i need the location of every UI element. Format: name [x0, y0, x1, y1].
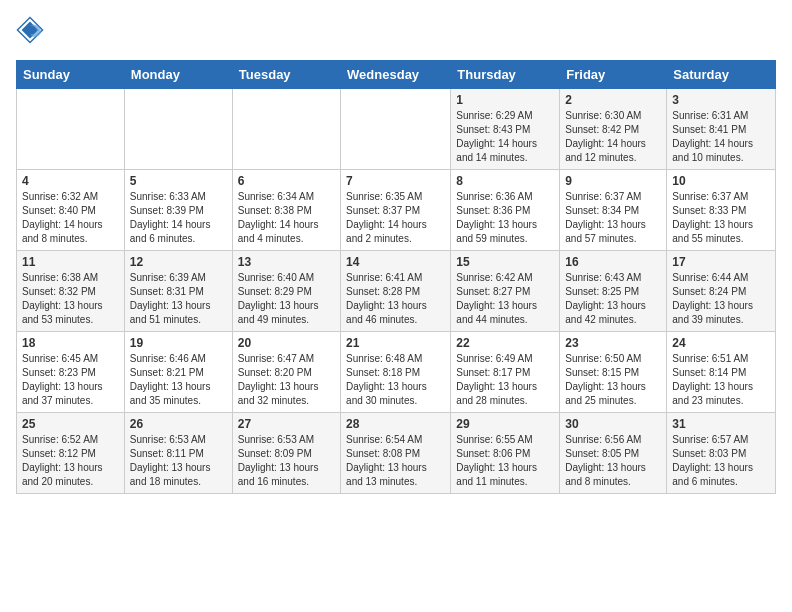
day-info: Sunrise: 6:37 AMSunset: 8:34 PMDaylight:…: [565, 190, 661, 246]
day-number: 17: [672, 255, 770, 269]
calendar-table: SundayMondayTuesdayWednesdayThursdayFrid…: [16, 60, 776, 494]
day-number: 23: [565, 336, 661, 350]
calendar-cell: [17, 89, 125, 170]
day-number: 14: [346, 255, 445, 269]
day-info: Sunrise: 6:57 AMSunset: 8:03 PMDaylight:…: [672, 433, 770, 489]
day-number: 2: [565, 93, 661, 107]
calendar-week-row: 4Sunrise: 6:32 AMSunset: 8:40 PMDaylight…: [17, 170, 776, 251]
day-info: Sunrise: 6:37 AMSunset: 8:33 PMDaylight:…: [672, 190, 770, 246]
calendar-cell: 2Sunrise: 6:30 AMSunset: 8:42 PMDaylight…: [560, 89, 667, 170]
weekday-header-wednesday: Wednesday: [341, 61, 451, 89]
day-info: Sunrise: 6:53 AMSunset: 8:09 PMDaylight:…: [238, 433, 335, 489]
weekday-header-friday: Friday: [560, 61, 667, 89]
day-number: 31: [672, 417, 770, 431]
calendar-cell: 27Sunrise: 6:53 AMSunset: 8:09 PMDayligh…: [232, 413, 340, 494]
calendar-cell: 3Sunrise: 6:31 AMSunset: 8:41 PMDaylight…: [667, 89, 776, 170]
day-number: 18: [22, 336, 119, 350]
day-info: Sunrise: 6:56 AMSunset: 8:05 PMDaylight:…: [565, 433, 661, 489]
calendar-cell: 6Sunrise: 6:34 AMSunset: 8:38 PMDaylight…: [232, 170, 340, 251]
calendar-cell: 30Sunrise: 6:56 AMSunset: 8:05 PMDayligh…: [560, 413, 667, 494]
day-info: Sunrise: 6:49 AMSunset: 8:17 PMDaylight:…: [456, 352, 554, 408]
logo: [16, 16, 48, 44]
day-info: Sunrise: 6:41 AMSunset: 8:28 PMDaylight:…: [346, 271, 445, 327]
day-number: 29: [456, 417, 554, 431]
day-number: 5: [130, 174, 227, 188]
day-info: Sunrise: 6:50 AMSunset: 8:15 PMDaylight:…: [565, 352, 661, 408]
day-number: 9: [565, 174, 661, 188]
day-number: 25: [22, 417, 119, 431]
day-info: Sunrise: 6:31 AMSunset: 8:41 PMDaylight:…: [672, 109, 770, 165]
calendar-cell: 29Sunrise: 6:55 AMSunset: 8:06 PMDayligh…: [451, 413, 560, 494]
weekday-header-sunday: Sunday: [17, 61, 125, 89]
day-info: Sunrise: 6:46 AMSunset: 8:21 PMDaylight:…: [130, 352, 227, 408]
day-info: Sunrise: 6:48 AMSunset: 8:18 PMDaylight:…: [346, 352, 445, 408]
day-info: Sunrise: 6:40 AMSunset: 8:29 PMDaylight:…: [238, 271, 335, 327]
page-header: [16, 16, 776, 44]
calendar-cell: 8Sunrise: 6:36 AMSunset: 8:36 PMDaylight…: [451, 170, 560, 251]
weekday-header-thursday: Thursday: [451, 61, 560, 89]
day-number: 24: [672, 336, 770, 350]
calendar-cell: 4Sunrise: 6:32 AMSunset: 8:40 PMDaylight…: [17, 170, 125, 251]
day-number: 19: [130, 336, 227, 350]
day-number: 6: [238, 174, 335, 188]
calendar-cell: 1Sunrise: 6:29 AMSunset: 8:43 PMDaylight…: [451, 89, 560, 170]
day-info: Sunrise: 6:54 AMSunset: 8:08 PMDaylight:…: [346, 433, 445, 489]
day-info: Sunrise: 6:53 AMSunset: 8:11 PMDaylight:…: [130, 433, 227, 489]
day-number: 3: [672, 93, 770, 107]
day-number: 10: [672, 174, 770, 188]
calendar-cell: 5Sunrise: 6:33 AMSunset: 8:39 PMDaylight…: [124, 170, 232, 251]
day-number: 27: [238, 417, 335, 431]
day-info: Sunrise: 6:39 AMSunset: 8:31 PMDaylight:…: [130, 271, 227, 327]
day-number: 16: [565, 255, 661, 269]
day-info: Sunrise: 6:33 AMSunset: 8:39 PMDaylight:…: [130, 190, 227, 246]
calendar-cell: [232, 89, 340, 170]
day-info: Sunrise: 6:47 AMSunset: 8:20 PMDaylight:…: [238, 352, 335, 408]
day-number: 20: [238, 336, 335, 350]
day-info: Sunrise: 6:45 AMSunset: 8:23 PMDaylight:…: [22, 352, 119, 408]
day-info: Sunrise: 6:51 AMSunset: 8:14 PMDaylight:…: [672, 352, 770, 408]
day-number: 4: [22, 174, 119, 188]
calendar-cell: 7Sunrise: 6:35 AMSunset: 8:37 PMDaylight…: [341, 170, 451, 251]
calendar-cell: 23Sunrise: 6:50 AMSunset: 8:15 PMDayligh…: [560, 332, 667, 413]
calendar-cell: 10Sunrise: 6:37 AMSunset: 8:33 PMDayligh…: [667, 170, 776, 251]
day-number: 15: [456, 255, 554, 269]
day-number: 1: [456, 93, 554, 107]
day-info: Sunrise: 6:43 AMSunset: 8:25 PMDaylight:…: [565, 271, 661, 327]
day-info: Sunrise: 6:35 AMSunset: 8:37 PMDaylight:…: [346, 190, 445, 246]
calendar-cell: 9Sunrise: 6:37 AMSunset: 8:34 PMDaylight…: [560, 170, 667, 251]
day-number: 13: [238, 255, 335, 269]
calendar-cell: 26Sunrise: 6:53 AMSunset: 8:11 PMDayligh…: [124, 413, 232, 494]
day-number: 12: [130, 255, 227, 269]
calendar-cell: [124, 89, 232, 170]
calendar-cell: 20Sunrise: 6:47 AMSunset: 8:20 PMDayligh…: [232, 332, 340, 413]
calendar-cell: 14Sunrise: 6:41 AMSunset: 8:28 PMDayligh…: [341, 251, 451, 332]
weekday-header-tuesday: Tuesday: [232, 61, 340, 89]
calendar-cell: 21Sunrise: 6:48 AMSunset: 8:18 PMDayligh…: [341, 332, 451, 413]
calendar-cell: 13Sunrise: 6:40 AMSunset: 8:29 PMDayligh…: [232, 251, 340, 332]
calendar-cell: 22Sunrise: 6:49 AMSunset: 8:17 PMDayligh…: [451, 332, 560, 413]
day-info: Sunrise: 6:34 AMSunset: 8:38 PMDaylight:…: [238, 190, 335, 246]
day-number: 11: [22, 255, 119, 269]
calendar-cell: 15Sunrise: 6:42 AMSunset: 8:27 PMDayligh…: [451, 251, 560, 332]
weekday-header-saturday: Saturday: [667, 61, 776, 89]
day-info: Sunrise: 6:52 AMSunset: 8:12 PMDaylight:…: [22, 433, 119, 489]
day-info: Sunrise: 6:38 AMSunset: 8:32 PMDaylight:…: [22, 271, 119, 327]
calendar-cell: 31Sunrise: 6:57 AMSunset: 8:03 PMDayligh…: [667, 413, 776, 494]
calendar-cell: 24Sunrise: 6:51 AMSunset: 8:14 PMDayligh…: [667, 332, 776, 413]
day-info: Sunrise: 6:29 AMSunset: 8:43 PMDaylight:…: [456, 109, 554, 165]
calendar-cell: 17Sunrise: 6:44 AMSunset: 8:24 PMDayligh…: [667, 251, 776, 332]
calendar-cell: 25Sunrise: 6:52 AMSunset: 8:12 PMDayligh…: [17, 413, 125, 494]
calendar-week-row: 1Sunrise: 6:29 AMSunset: 8:43 PMDaylight…: [17, 89, 776, 170]
day-number: 26: [130, 417, 227, 431]
calendar-cell: 28Sunrise: 6:54 AMSunset: 8:08 PMDayligh…: [341, 413, 451, 494]
calendar-cell: 19Sunrise: 6:46 AMSunset: 8:21 PMDayligh…: [124, 332, 232, 413]
weekday-header-row: SundayMondayTuesdayWednesdayThursdayFrid…: [17, 61, 776, 89]
day-number: 30: [565, 417, 661, 431]
day-info: Sunrise: 6:42 AMSunset: 8:27 PMDaylight:…: [456, 271, 554, 327]
day-info: Sunrise: 6:55 AMSunset: 8:06 PMDaylight:…: [456, 433, 554, 489]
day-info: Sunrise: 6:32 AMSunset: 8:40 PMDaylight:…: [22, 190, 119, 246]
calendar-week-row: 18Sunrise: 6:45 AMSunset: 8:23 PMDayligh…: [17, 332, 776, 413]
day-number: 7: [346, 174, 445, 188]
weekday-header-monday: Monday: [124, 61, 232, 89]
day-number: 8: [456, 174, 554, 188]
